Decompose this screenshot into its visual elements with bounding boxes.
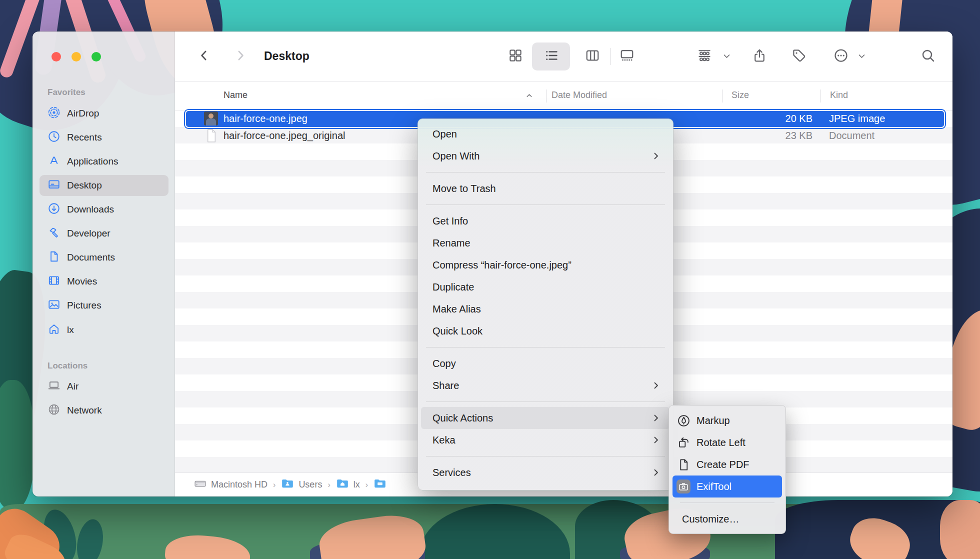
submenu-item-markup[interactable]: Markup xyxy=(669,410,786,432)
sidebar-item-applications[interactable]: Applications xyxy=(40,151,168,172)
menu-item-label: Move to Trash xyxy=(432,183,496,194)
menu-separator xyxy=(426,402,665,402)
sidebar-item-developer[interactable]: Developer xyxy=(40,223,168,244)
gallery-view-icon xyxy=(620,48,634,65)
globe-icon xyxy=(48,403,60,418)
more-actions-button[interactable] xyxy=(834,49,848,64)
column-header-date-modified[interactable]: Date Modified xyxy=(552,90,607,100)
menu-item-quick-actions[interactable]: Quick Actions xyxy=(421,407,670,429)
menu-item-rename[interactable]: Rename xyxy=(418,232,673,254)
submenu-item-exiftool[interactable]: ExifTool xyxy=(672,476,782,498)
sidebar-item-label: Network xyxy=(67,405,102,416)
menu-item-move-to-trash[interactable]: Move to Trash xyxy=(418,178,673,200)
menu-item-open-with[interactable]: Open With xyxy=(418,145,673,167)
sidebar-item-label: Applications xyxy=(67,156,118,167)
chevron-right-icon xyxy=(233,48,248,65)
list-view-button[interactable] xyxy=(544,49,559,64)
thumbnail-person-body xyxy=(206,118,216,126)
menu-item-services[interactable]: Services xyxy=(418,462,673,484)
search-button[interactable] xyxy=(920,49,936,64)
menu-item-label: Compress “hair-force-one.jpeg” xyxy=(432,260,572,271)
grid-view-icon xyxy=(508,48,523,65)
breadcrumb-lx[interactable]: lx xyxy=(336,478,360,492)
sidebar-item-home-lx[interactable]: lx xyxy=(40,320,168,340)
menu-item-keka[interactable]: Keka xyxy=(418,429,673,451)
close-window-button[interactable] xyxy=(52,52,61,62)
group-button-chevron[interactable] xyxy=(722,52,731,62)
menu-item-copy[interactable]: Copy xyxy=(418,352,673,374)
sidebar-item-documents[interactable]: Documents xyxy=(40,247,168,268)
toolbar-divider xyxy=(610,48,611,65)
sidebar-item-airdrop[interactable]: AirDrop xyxy=(40,103,168,124)
sidebar-item-label: lx xyxy=(67,324,74,336)
back-button[interactable] xyxy=(194,46,214,66)
sidebar-item-downloads[interactable]: Downloads xyxy=(40,199,168,220)
columns-view-icon xyxy=(585,48,600,65)
file-name: hair-force-one.jpeg_original xyxy=(224,128,345,144)
breadcrumb-desktop[interactable] xyxy=(374,478,391,492)
menu-separator xyxy=(426,347,665,348)
sidebar-item-air[interactable]: Air xyxy=(40,376,168,397)
column-view-button[interactable] xyxy=(585,49,600,64)
sidebar-item-recents[interactable]: Recents xyxy=(40,127,168,148)
column-divider[interactable] xyxy=(546,90,546,102)
locations-section-label: Locations xyxy=(48,361,88,371)
sidebar-item-network[interactable]: Network xyxy=(40,400,168,421)
column-headers: Name Date Modified Size Kind xyxy=(175,82,952,110)
submenu-item-create-pdf[interactable]: Create PDF xyxy=(669,454,786,476)
menu-item-label: Services xyxy=(432,467,471,478)
favorites-section-label: Favorites xyxy=(48,88,86,98)
breadcrumb-users[interactable]: Users xyxy=(281,478,322,492)
sidebar-item-pictures[interactable]: Pictures xyxy=(40,295,168,316)
tags-button[interactable] xyxy=(792,49,806,64)
hard-drive-icon xyxy=(194,478,206,492)
menu-item-duplicate[interactable]: Duplicate xyxy=(418,276,673,298)
gallery-view-button[interactable] xyxy=(620,49,634,64)
column-header-size[interactable]: Size xyxy=(732,90,749,100)
column-header-name[interactable]: Name xyxy=(224,90,248,100)
group-button[interactable] xyxy=(697,49,712,64)
recents-icon xyxy=(48,130,60,146)
menu-item-open[interactable]: Open xyxy=(418,123,673,145)
wallpaper-shape xyxy=(940,500,980,559)
submenu-item-label: Create PDF xyxy=(696,459,750,470)
column-divider[interactable] xyxy=(722,90,723,102)
image-thumbnail xyxy=(204,112,218,126)
menu-item-label: Keka xyxy=(432,434,456,446)
submenu-separator xyxy=(680,502,774,503)
sidebar-item-label: Desktop xyxy=(67,180,102,191)
forward-button[interactable] xyxy=(230,46,250,66)
submenu-item-rotate-left[interactable]: Rotate Left xyxy=(669,432,786,454)
column-header-kind[interactable]: Kind xyxy=(830,90,848,100)
share-button[interactable] xyxy=(752,48,767,64)
airdrop-icon xyxy=(48,106,60,122)
zoom-window-button[interactable] xyxy=(92,52,101,62)
applications-icon xyxy=(48,154,60,170)
breadcrumb-separator: › xyxy=(366,480,368,490)
file-kind: Document xyxy=(829,128,874,144)
sidebar-item-desktop[interactable]: Desktop xyxy=(40,175,168,196)
menu-item-make-alias[interactable]: Make Alias xyxy=(418,298,673,320)
menu-item-quick-look[interactable]: Quick Look xyxy=(418,320,673,342)
column-divider[interactable] xyxy=(820,90,820,102)
menu-item-label: Get Info xyxy=(432,216,468,227)
sidebar: Favorites AirDrop Recents Applications D… xyxy=(32,32,175,496)
menu-item-compress[interactable]: Compress “hair-force-one.jpeg” xyxy=(418,254,673,276)
minimize-window-button[interactable] xyxy=(72,52,81,62)
menu-item-share[interactable]: Share xyxy=(418,374,673,396)
menu-item-label: Quick Look xyxy=(432,326,482,337)
breadcrumb-macintosh-hd[interactable]: Macintosh HD xyxy=(194,478,268,492)
breadcrumb-label: Macintosh HD xyxy=(211,480,268,490)
icon-view-button[interactable] xyxy=(508,49,523,64)
tag-icon xyxy=(792,48,806,65)
exiftool-icon xyxy=(676,479,691,494)
menu-item-get-info[interactable]: Get Info xyxy=(418,210,673,232)
documents-icon xyxy=(48,250,60,266)
home-icon xyxy=(48,322,60,338)
more-actions-chevron[interactable] xyxy=(857,52,866,62)
sidebar-item-movies[interactable]: Movies xyxy=(40,271,168,292)
submenu-item-customize[interactable]: Customize… xyxy=(669,508,786,530)
document-icon xyxy=(205,128,218,145)
pictures-icon xyxy=(48,298,60,314)
movies-icon xyxy=(48,274,60,290)
